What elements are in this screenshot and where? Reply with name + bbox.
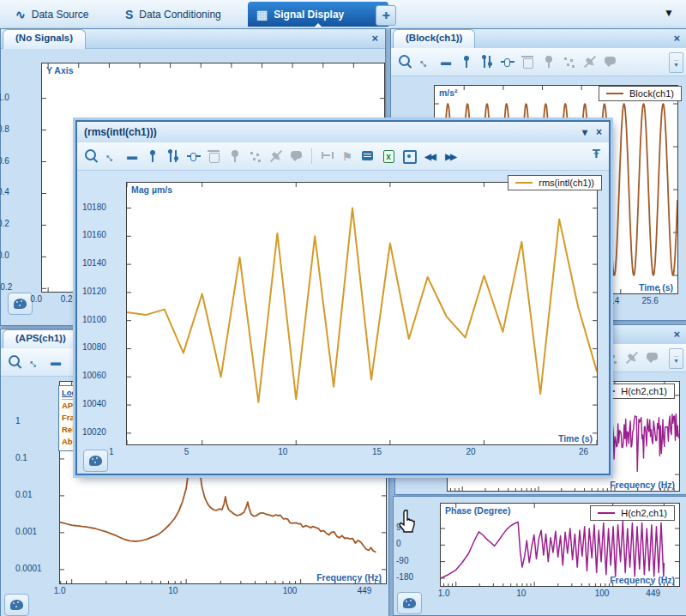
rms-plot[interactable]: Mag µm/s Time (s) [126, 182, 598, 445]
toolbar-overflow-button[interactable]: ·· ▾ [669, 52, 683, 73]
close-icon[interactable]: × [673, 32, 680, 45]
x-tick-label: 1.0 [54, 586, 88, 595]
x-tick-label: 5 [184, 447, 219, 456]
offset-cursor-icon[interactable] [499, 53, 516, 70]
delete-icon[interactable] [520, 53, 537, 70]
y-tick-label: 0.01 [15, 490, 55, 499]
rms-line [127, 208, 597, 402]
y-tick-label: -0.2 [0, 282, 37, 292]
display-icon[interactable]: ▬ [123, 148, 141, 165]
excel-export-icon[interactable] [380, 148, 397, 165]
points-icon[interactable] [561, 53, 578, 70]
legend-line-sample [606, 93, 623, 94]
palette-icon[interactable] [83, 450, 108, 472]
x-tick-label: 0.0 [30, 294, 64, 304]
delete-icon[interactable] [206, 148, 223, 165]
x-tick-label: 1 [109, 447, 143, 456]
y-tick-label: 0.0 [0, 251, 37, 260]
dual-cursor-icon[interactable] [165, 148, 182, 165]
tab-data-conditioning[interactable]: S Data Conditioning [117, 4, 230, 25]
x-tick-label: 449 [358, 586, 392, 595]
annotate-off-icon[interactable]: ✎ [581, 53, 599, 70]
cursor-icon[interactable] [458, 53, 475, 70]
tab-row: (No Signals) × [1, 29, 385, 49]
y-tick-label: 0.1 [15, 453, 55, 462]
y-tick-label: 10160 [82, 230, 122, 239]
marker-icon[interactable] [540, 53, 557, 70]
palette-glyph [14, 299, 27, 309]
palette-icon[interactable] [8, 293, 33, 315]
window-rms-intl-ch1: (rms(intl(ch1))) ▾ × ↔▬✎⚑◀◀▶▶ Ŧ Mag µm/s… [75, 120, 611, 475]
zoom-refresh-icon[interactable] [82, 148, 99, 165]
cursor-icon[interactable] [144, 148, 161, 165]
sine-wave-icon: ∿ [15, 8, 26, 21]
annotate-off-icon[interactable]: ✎ [623, 349, 641, 366]
pushpin-icon[interactable]: Ŧ [593, 146, 600, 160]
zoom-refresh-icon[interactable] [6, 353, 23, 371]
x-tick-label: 10 [516, 589, 551, 598]
palette-glyph [10, 600, 23, 610]
legend-label: H(ch2,ch1) [621, 508, 667, 518]
x-tick-label: 10 [278, 447, 312, 456]
marker-icon[interactable] [226, 148, 244, 165]
y-tick-label: 0.8 [0, 124, 37, 134]
x-tick-label: 15 [372, 447, 406, 456]
annotate-off-icon[interactable]: ✎ [268, 148, 285, 165]
dropdown-icon[interactable]: ▼ [664, 7, 674, 19]
y-tick-label: 10060 [82, 371, 122, 380]
overflow-caret-icon: ▾ [674, 359, 677, 363]
s-curve-icon: S [125, 8, 133, 21]
y-tick-label: 10100 [82, 315, 122, 324]
x-tick-label: 100 [595, 589, 629, 598]
tab-row: (Block(ch1)) × [391, 29, 686, 49]
doc-tab-no-signals[interactable]: (No Signals) [3, 29, 86, 49]
next-icon[interactable]: ▶▶ [442, 148, 459, 165]
window-menu-icon[interactable]: ▾ [582, 126, 587, 138]
comment-icon[interactable] [644, 349, 661, 366]
points-icon[interactable] [247, 148, 264, 165]
application-window: ∿ Data Source S Data Conditioning ▦ Sign… [0, 0, 686, 616]
snapshot-icon[interactable] [400, 148, 418, 165]
toolbar-overflow-button[interactable]: ·· ▾ [669, 348, 683, 369]
title-bar[interactable]: (rms(intl(ch1))) ▾ × [77, 122, 609, 143]
comment-icon[interactable] [288, 148, 305, 165]
expand-icon[interactable]: ↔ [99, 144, 123, 168]
comment-icon[interactable] [602, 53, 619, 70]
measure-icon[interactable] [318, 148, 335, 165]
display-icon[interactable]: ▬ [47, 353, 64, 371]
close-icon[interactable]: × [673, 328, 680, 341]
legend-label: Block(ch1) [629, 88, 674, 99]
doc-tab-aps[interactable]: (APS(ch1)) [3, 329, 79, 349]
block-legend: Block(ch1) [599, 86, 682, 101]
rms-plot-area[interactable]: Mag µm/s Time (s) rms(intl(ch1)) 1510152… [77, 168, 609, 474]
close-icon[interactable]: × [371, 32, 378, 45]
note-icon[interactable] [359, 148, 376, 165]
zoom-refresh-icon[interactable] [396, 53, 413, 70]
block-toolbar: ↔▬✎ [391, 48, 686, 76]
rms-toolbar: ↔▬✎⚑◀◀▶▶ [77, 142, 609, 171]
legend-line-sample [598, 512, 615, 514]
prev-icon[interactable]: ◀◀ [421, 148, 438, 165]
doc-tab-block[interactable]: (Block(ch1)) [393, 29, 475, 49]
expand-icon[interactable]: ↔ [413, 50, 437, 74]
y-tick-label: 0 [396, 539, 436, 548]
panel-phase-h-ch2-ch1: Phase (Degree) Frequency (Hz) H(ch2,ch1)… [393, 496, 686, 616]
phase-plot-area[interactable]: Phase (Degree) Frequency (Hz) H(ch2,ch1)… [394, 497, 686, 615]
flag-icon[interactable]: ⚑ [339, 148, 356, 165]
move-button[interactable]: ✚ [376, 5, 396, 26]
doc-tab-label: (APS(ch1)) [15, 333, 66, 343]
palette-icon[interactable] [397, 592, 422, 614]
close-icon[interactable]: × [596, 126, 602, 138]
palette-icon[interactable] [4, 594, 29, 616]
y-tick-label: 1 [15, 416, 55, 426]
y-tick-label: -90 [396, 556, 436, 565]
y-tick-label: 0.2 [0, 219, 37, 228]
display-icon[interactable]: ▬ [437, 53, 454, 70]
offset-cursor-icon[interactable] [185, 148, 202, 165]
tab-data-source[interactable]: ∿ Data Source [7, 4, 97, 25]
dual-cursor-icon[interactable] [478, 53, 496, 70]
rms-legend: rms(intl(ch1)) [508, 175, 602, 190]
overflow-caret-icon: ▾ [674, 63, 677, 67]
tab-signal-display[interactable]: ▦ Signal Display [248, 2, 388, 27]
expand-icon[interactable]: ↔ [23, 350, 47, 374]
